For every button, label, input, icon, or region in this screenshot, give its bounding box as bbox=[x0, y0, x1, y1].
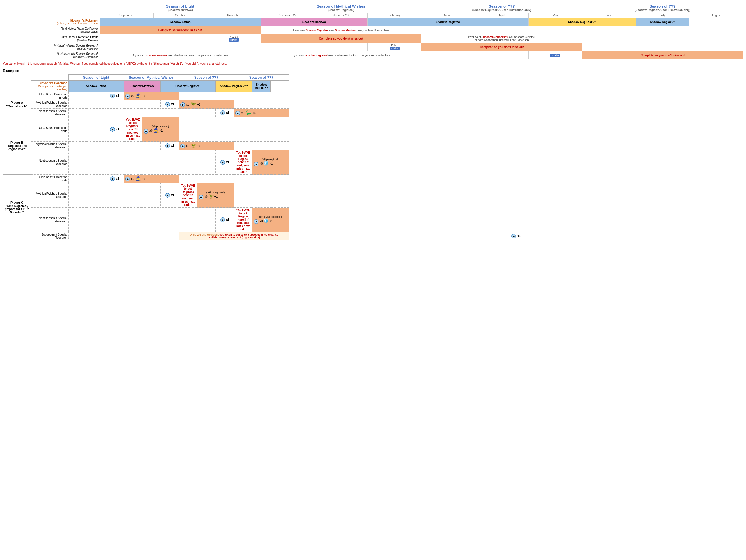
pb-must-get-registeel: You HAVE to get Registeel here!! If not,… bbox=[124, 117, 142, 142]
mythical-feb1-claim: Feb 1 Claim bbox=[368, 43, 421, 51]
next-season-complete-bar: Complete so you don't miss out bbox=[582, 51, 743, 59]
radar-icon-pc-sub: ● bbox=[511, 234, 516, 239]
radar-icon-pa-next2: ● bbox=[235, 111, 240, 115]
ex-g-corner bbox=[3, 81, 31, 92]
pb-mythical-empty-light bbox=[69, 142, 124, 150]
disclaimer-text: You can only claim this season's researc… bbox=[3, 62, 743, 66]
pc-ubpe-empty-qqq1 bbox=[179, 175, 234, 183]
radar-icon-pc-ubpe: ● bbox=[110, 176, 115, 181]
field-notes-empty-qqq2 bbox=[582, 26, 743, 34]
mythical-wishes-label: Mythical Wishes Special Research (Shadow… bbox=[3, 43, 100, 51]
month-mar: March bbox=[421, 13, 475, 18]
month-sep: September bbox=[100, 13, 153, 18]
pa-mythical-orange: ● x0 🦖 +1 bbox=[179, 100, 234, 109]
ubpe-nov16-claim: Nov 16 Claim bbox=[207, 34, 260, 43]
radar-icon-pa-myth2: ● bbox=[180, 102, 185, 107]
radar-icon-pa-ubpe: ● bbox=[110, 93, 115, 98]
ubpe-label: Ultra Beast Protection Efforts (Shadow M… bbox=[3, 34, 100, 43]
pc-next-orange: (Skip 2nd Regirock) ● x0 🧊 +1 bbox=[252, 207, 289, 232]
player-b-mythical-label: Mythical Wishes Special Research bbox=[31, 142, 69, 150]
pa-ubpe-radar1: ● x1 bbox=[106, 92, 124, 100]
radar-icon-pc-next2: ● bbox=[254, 219, 258, 224]
player-b-ubpe-label: Ultra Beast Protection Efforts bbox=[31, 117, 69, 142]
next-season-empty-mar-apr bbox=[421, 51, 528, 59]
pb-mythical-radar1: ● x1 bbox=[161, 142, 179, 150]
mythical-complete-bar: Complete so you don't miss out bbox=[421, 43, 582, 51]
ubpe-complete-bar: Complete so you don't miss out bbox=[260, 34, 421, 43]
pc-ubpe-radar1: ● x1 bbox=[106, 175, 124, 183]
month-oct: October bbox=[153, 13, 207, 18]
ex-shadow-latios: Shadow Latios bbox=[69, 81, 124, 92]
month-dec: December '22 bbox=[260, 13, 314, 18]
radar-icon-pa-next: ● bbox=[220, 111, 225, 115]
claim-button-next[interactable]: Claim bbox=[550, 54, 561, 57]
player-c-subsequent-label: Subsequent Special Research bbox=[31, 232, 69, 241]
pa-next-empty-mar-apr bbox=[179, 109, 216, 117]
empty-corner bbox=[3, 3, 100, 13]
season-qqq2-header: Season of ??? (Shadow Regice?? - for ill… bbox=[582, 3, 743, 13]
pb-mythical-orange: ● x0 🦖 +1 bbox=[179, 142, 234, 150]
pc-mythical-empty-light bbox=[69, 183, 124, 207]
claim-button-mythical[interactable]: Claim bbox=[390, 47, 400, 50]
ubpe-empty-sep-oct bbox=[100, 34, 207, 43]
player-c-next-label: Next season's Special Research bbox=[31, 207, 69, 232]
ex-giovanni-label: Giovanni's Pokemon (What you catch after… bbox=[31, 81, 69, 92]
ubpe-empty-qqq2 bbox=[582, 34, 743, 43]
next-season-empty-mythical: If you want Shadow Registeel over Shadow… bbox=[260, 51, 421, 59]
mythical-empty-qqq2 bbox=[582, 43, 743, 51]
pa-ubpe-empty-qqq2 bbox=[234, 92, 289, 100]
pb-must-get-regice: You HAVE to get Regice here!! If not, yo… bbox=[234, 150, 252, 175]
player-a-next-label: Next season's Special Research bbox=[31, 109, 69, 117]
shadow-latios-bar: Shadow Latios bbox=[100, 18, 261, 26]
pb-next-empty-light bbox=[69, 150, 124, 175]
radar-icon-pb-ubpe2: ● bbox=[144, 129, 148, 134]
month-nov: November bbox=[207, 13, 260, 18]
pb-next-empty-mythical bbox=[124, 150, 179, 175]
pc-ubpe-empty1 bbox=[69, 175, 106, 183]
pc-sub-empty-light bbox=[69, 232, 124, 241]
pc-ubpe-orange: ● x0 🧙 +1 bbox=[124, 175, 179, 183]
player-b-next-label: Next season's Special Research bbox=[31, 150, 69, 175]
pc-mythical-empty-qqq2 bbox=[234, 183, 289, 207]
pc-sub-empty-mythical bbox=[124, 232, 179, 241]
pb-ubpe-orange: (Skip Mewtwo) ● x0 🧙 +1 bbox=[142, 117, 179, 142]
player-c-label: Player C "Skip Registeel, prepare for fu… bbox=[3, 175, 31, 241]
pb-next-orange: (Skip Regirock) ● x0 🧊 +1 bbox=[252, 150, 289, 175]
pb-ubpe-radar1: ● x1 bbox=[106, 117, 124, 142]
month-jun: June bbox=[582, 13, 636, 18]
radar-icon-pb-ubpe: ● bbox=[110, 127, 115, 132]
month-may: May bbox=[528, 13, 582, 18]
season-light-header: Season of Light (Shadow Mewtwo) bbox=[100, 3, 261, 13]
pa-mythical-radar1: ● x1 bbox=[161, 100, 179, 109]
pa-next-orange: ● x0 🦕 +1 bbox=[234, 109, 289, 117]
pb-mythical-empty-dec-jan bbox=[124, 142, 161, 150]
pb-ubpe-empty-qqq1 bbox=[179, 117, 234, 142]
field-notes-empty-qqq1 bbox=[421, 26, 582, 34]
radar-icon-pb-myth: ● bbox=[165, 143, 170, 148]
ex-shadow-regirock: Shadow Regirock?? bbox=[216, 81, 252, 92]
radar-icon-pa-myth: ● bbox=[165, 102, 170, 107]
pc-mythical-orange: (Skip Registeel) ● x0 🦖 +1 bbox=[197, 183, 234, 207]
radar-icon-pc-myth: ● bbox=[165, 193, 170, 198]
radar-icon-pc-ubpe2: ● bbox=[125, 177, 130, 181]
season-qqq1-header: Season of ??? (Shadow Regirock?? - for i… bbox=[421, 3, 582, 13]
giovanni-label: Giovanni's Pokemon (What you catch after… bbox=[3, 18, 100, 26]
month-feb: February bbox=[368, 13, 421, 18]
radar-icon-pb-myth2: ● bbox=[180, 144, 185, 148]
ex-shadow-registeel: Shadow Registeel bbox=[161, 81, 216, 92]
player-a-mythical-label: Mythical Wishes Special Research bbox=[31, 100, 69, 109]
shadow-registeel-bar: Shadow Registeel bbox=[368, 18, 528, 26]
pc-sub-note: Once you skip Registeel, you HAVE to get… bbox=[179, 232, 289, 241]
pa-mythical-empty-qqq2 bbox=[234, 100, 289, 109]
radar-icon-pa-ubpe2: ● bbox=[125, 94, 130, 99]
field-notes-label: Field Notes: Team Go Rocket (Shadow Lati… bbox=[3, 26, 100, 34]
claim-button-ubpe[interactable]: Claim bbox=[229, 38, 239, 42]
radar-icon-pb-next2: ● bbox=[254, 162, 258, 166]
radar-icon-pb-next: ● bbox=[220, 160, 225, 165]
pb-ubpe-empty-qqq2 bbox=[234, 117, 289, 142]
examples-title: Examples: bbox=[3, 69, 743, 73]
next-season-may-claim: Claim bbox=[528, 51, 582, 59]
pc-ubpe-empty-qqq2 bbox=[234, 175, 289, 183]
pb-next-empty-mar-apr bbox=[179, 150, 216, 175]
pa-next-empty-light bbox=[69, 109, 124, 117]
